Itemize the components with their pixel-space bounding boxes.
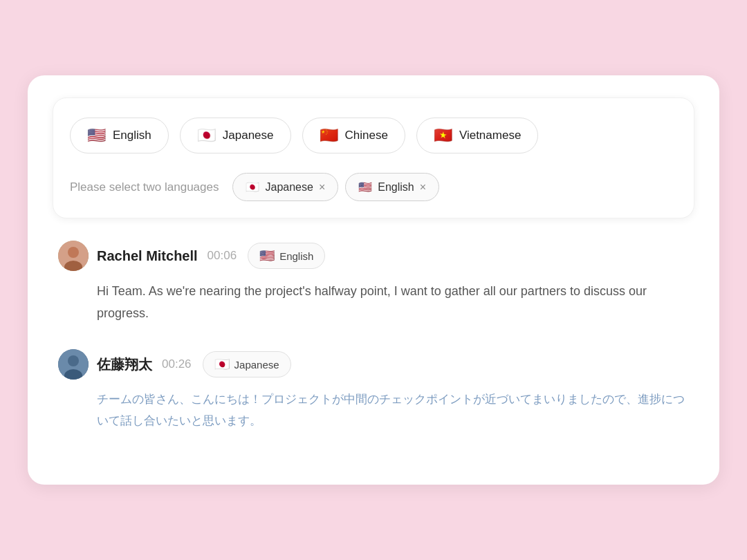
english-tag-flag: 🇺🇸	[358, 180, 372, 194]
avatar-sato	[58, 349, 89, 380]
timestamp-rachel: 00:06	[208, 249, 237, 263]
vietnamese-btn-label: Vietnamese	[459, 129, 521, 142]
english-flag-icon: 🇺🇸	[87, 128, 106, 143]
select-label: Please select two languages	[70, 180, 219, 194]
message-header-rachel: Rachel Mitchell 00:06 🇺🇸 English	[58, 241, 689, 271]
lang-btn-english[interactable]: 🇺🇸English	[70, 118, 169, 153]
main-container: 🇺🇸English🇯🇵Japanese🇨🇳Chinese🇻🇳Vietnamese…	[28, 75, 719, 484]
english-btn-label: English	[113, 129, 151, 142]
selected-tag-japanese: 🇯🇵 Japanese ×	[232, 173, 338, 201]
lang-btn-vietnamese[interactable]: 🇻🇳Vietnamese	[416, 118, 538, 153]
speaker-name-sato: 佐藤翔太	[97, 355, 152, 374]
chinese-flag-icon: 🇨🇳	[320, 128, 338, 143]
chinese-btn-label: Chinese	[345, 129, 388, 142]
message-header-sato: 佐藤翔太 00:26 🇯🇵 Japanese	[58, 349, 689, 380]
lang-btn-japanese[interactable]: 🇯🇵Japanese	[180, 118, 291, 153]
japanese-flag-icon: 🇯🇵	[197, 128, 216, 143]
svg-point-1	[68, 247, 79, 258]
rachel-badge-lang: English	[279, 250, 313, 262]
japanese-tag-label: Japanese	[265, 181, 313, 194]
selected-tags: 🇯🇵 Japanese × 🇺🇸 English ×	[232, 173, 439, 201]
vietnamese-flag-icon: 🇻🇳	[434, 128, 452, 143]
selected-tag-english: 🇺🇸 English ×	[345, 173, 439, 201]
lang-badge-sato: 🇯🇵 Japanese	[203, 351, 291, 377]
chat-section: Rachel Mitchell 00:06 🇺🇸 English Hi Team…	[53, 241, 694, 431]
english-tag-label: English	[378, 181, 414, 194]
japanese-tag-flag: 🇯🇵	[246, 180, 259, 194]
avatar-rachel	[58, 241, 89, 271]
message-text-sato: チームの皆さん、こんにちは！プロジェクトが中間のチェックポイントが近づいてまいり…	[58, 389, 689, 431]
message-block-rachel: Rachel Mitchell 00:06 🇺🇸 English Hi Team…	[58, 241, 689, 324]
message-block-sato: 佐藤翔太 00:26 🇯🇵 Japanese チームの皆さん、こんにちは！プロジ…	[58, 349, 689, 431]
japanese-btn-label: Japanese	[223, 129, 274, 142]
message-text-rachel: Hi Team. As we're nearing the project's …	[58, 281, 689, 324]
japanese-tag-close[interactable]: ×	[319, 182, 325, 193]
lang-badge-rachel: 🇺🇸 English	[248, 243, 325, 269]
svg-point-4	[68, 355, 79, 366]
rachel-badge-flag: 🇺🇸	[259, 248, 275, 263]
sato-badge-flag: 🇯🇵	[214, 357, 230, 372]
english-tag-close[interactable]: ×	[420, 182, 426, 193]
language-panel: 🇺🇸English🇯🇵Japanese🇨🇳Chinese🇻🇳Vietnamese…	[53, 97, 694, 218]
language-buttons-row: 🇺🇸English🇯🇵Japanese🇨🇳Chinese🇻🇳Vietnamese	[70, 118, 677, 153]
selection-row: Please select two languages 🇯🇵 Japanese …	[70, 173, 677, 201]
timestamp-sato: 00:26	[162, 357, 192, 371]
sato-badge-lang: Japanese	[234, 359, 279, 371]
speaker-name-rachel: Rachel Mitchell	[97, 248, 198, 264]
lang-btn-chinese[interactable]: 🇨🇳Chinese	[302, 118, 405, 153]
